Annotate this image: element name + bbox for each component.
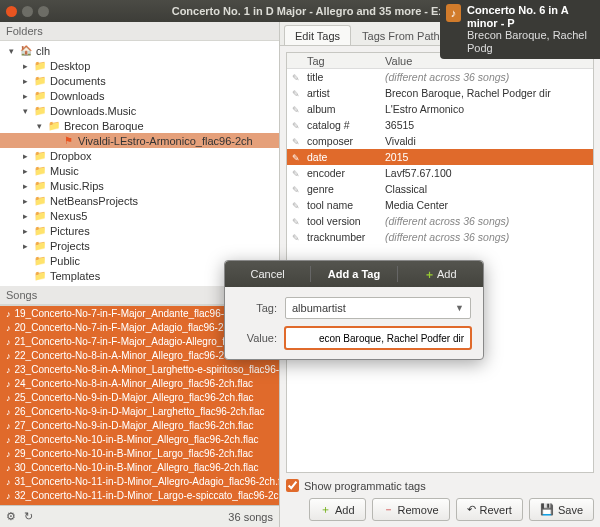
tag-row-artist[interactable]: artistBrecon Baroque, Rachel Podger dir (287, 85, 593, 101)
song-item[interactable]: 28_Concerto-No-10-in-B-Minor_Allegro_fla… (0, 432, 279, 446)
folder-music-rips[interactable]: ▸Music.Rips (0, 178, 279, 193)
folder-clh[interactable]: ▾clh (0, 43, 279, 58)
gear-icon[interactable] (6, 510, 16, 523)
dialog-value-input[interactable] (285, 327, 471, 349)
song-item[interactable]: 31_Concerto-No-11-in-D-Minor_Allegro-Ada… (0, 474, 279, 488)
tag-row-tool-name[interactable]: tool nameMedia Center (287, 197, 593, 213)
song-item[interactable]: 26_Concerto-No-9-in-D-Major_Larghetto_fl… (0, 404, 279, 418)
refresh-icon[interactable] (24, 510, 33, 523)
dialog-title: Add a Tag (311, 264, 396, 284)
folder-documents[interactable]: ▸Documents (0, 73, 279, 88)
tag-row-date[interactable]: date2015 (287, 149, 593, 165)
song-count: 36 songs (228, 511, 273, 523)
song-item[interactable]: 32_Concerto-No-11-in-D-Minor_Largo-e-spi… (0, 488, 279, 502)
close-icon[interactable] (6, 6, 17, 17)
show-programmatic-checkbox[interactable]: Show programmatic tags (286, 479, 594, 492)
status-bar: 36 songs (0, 505, 279, 527)
folder-vivaldi-lestro-armonico-flac96-2ch[interactable]: Vivaldi-LEstro-Armonico_flac96-2ch (0, 133, 279, 148)
folder-desktop[interactable]: ▸Desktop (0, 58, 279, 73)
notification-title: Concerto No. 6 in A minor - P (467, 4, 568, 29)
notification-toast: ♪ Concerto No. 6 in A minor - P Brecon B… (440, 0, 600, 59)
show-programmatic-input[interactable] (286, 479, 299, 492)
dialog-tag-value: albumartist (292, 302, 346, 314)
folder-brecon-baroque[interactable]: ▾Brecon Baroque (0, 118, 279, 133)
add-tag-dialog: Cancel Add a Tag ＋Add Tag: albumartist ▼… (224, 260, 484, 360)
dialog-tag-label: Tag: (237, 302, 277, 314)
tag-row-encoder[interactable]: encoderLavf57.67.100 (287, 165, 593, 181)
folder-tree[interactable]: ▾clh▸Desktop▸Documents▸Downloads▾Downloa… (0, 41, 279, 286)
dialog-value-label: Value: (237, 332, 277, 344)
song-item[interactable]: 24_Concerto-No-8-in-A-Minor_Allegro_flac… (0, 376, 279, 390)
folder-music[interactable]: ▸Music (0, 163, 279, 178)
folder-netbeansprojects[interactable]: ▸NetBeansProjects (0, 193, 279, 208)
folder-projects[interactable]: ▸Projects (0, 238, 279, 253)
folder-downloads-music[interactable]: ▾Downloads.Music (0, 103, 279, 118)
song-item[interactable]: 25_Concerto-No-9-in-D-Major_Allegro_flac… (0, 390, 279, 404)
add-button[interactable]: ＋Add (309, 498, 366, 521)
dialog-cancel-button[interactable]: Cancel (225, 264, 310, 284)
notification-icon: ♪ (446, 4, 461, 22)
tag-row-genre[interactable]: genreClassical (287, 181, 593, 197)
notification-subtitle: Brecon Baroque, Rachel Podg (467, 29, 587, 54)
tag-row-tracknumber[interactable]: tracknumber(different across 36 songs) (287, 229, 593, 245)
song-item[interactable]: 27_Concerto-No-9-in-D-Major_Allegro_flac… (0, 418, 279, 432)
tab-edit-tags[interactable]: Edit Tags (284, 25, 351, 45)
folder-nexus5[interactable]: ▸Nexus5 (0, 208, 279, 223)
col-tag[interactable]: Tag (305, 55, 383, 67)
minimize-icon[interactable] (22, 6, 33, 17)
dialog-add-button[interactable]: ＋Add (398, 263, 483, 286)
song-item[interactable]: 29_Concerto-No-10-in-B-Minor_Largo_flac9… (0, 446, 279, 460)
remove-button[interactable]: －Remove (372, 498, 450, 521)
dialog-tag-combo[interactable]: albumartist ▼ (285, 297, 471, 319)
save-button[interactable]: 💾Save (529, 498, 594, 521)
chevron-down-icon: ▼ (455, 303, 464, 313)
maximize-icon[interactable] (38, 6, 49, 17)
revert-button[interactable]: ↶Revert (456, 498, 523, 521)
song-item[interactable]: 23_Concerto-No-8-in-A-Minor_Larghetto-e-… (0, 362, 279, 376)
folder-downloads[interactable]: ▸Downloads (0, 88, 279, 103)
tab-tags-from-path[interactable]: Tags From Path (351, 25, 451, 45)
tag-row-tool-version[interactable]: tool version(different across 36 songs) (287, 213, 593, 229)
tag-row-album[interactable]: albumL'Estro Armonico (287, 101, 593, 117)
tag-row-title[interactable]: title(different across 36 songs) (287, 69, 593, 85)
folders-header: Folders (0, 22, 279, 41)
tag-row-catalog-[interactable]: catalog #36515 (287, 117, 593, 133)
folder-dropbox[interactable]: ▸Dropbox (0, 148, 279, 163)
tag-row-composer[interactable]: composerVivaldi (287, 133, 593, 149)
song-item[interactable]: 30_Concerto-No-10-in-B-Minor_Allegro_fla… (0, 460, 279, 474)
folder-pictures[interactable]: ▸Pictures (0, 223, 279, 238)
